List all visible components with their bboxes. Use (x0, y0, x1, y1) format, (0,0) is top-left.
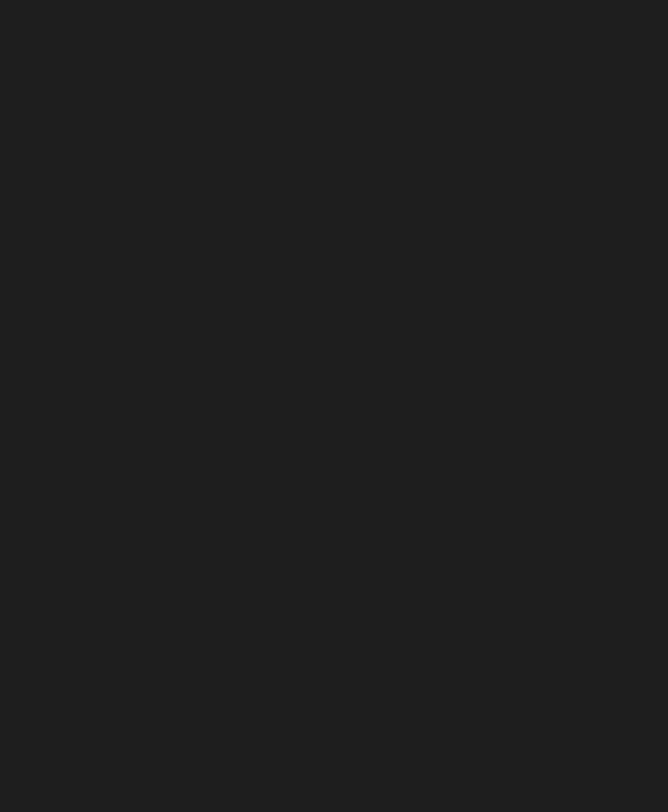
code-area[interactable] (30, 0, 668, 812)
code-editor[interactable] (0, 0, 668, 812)
line-number-gutter (0, 0, 19, 812)
fold-column[interactable] (21, 0, 30, 812)
